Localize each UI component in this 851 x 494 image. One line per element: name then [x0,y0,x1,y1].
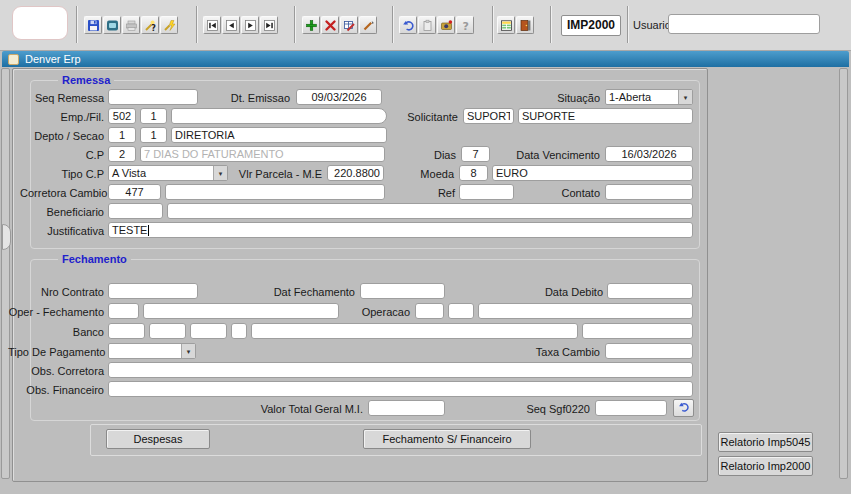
oper-fechamento-code-input[interactable] [108,303,139,319]
banco-extra-input[interactable] [582,323,693,339]
solicitante-name-input[interactable] [518,108,693,124]
wand-lightning-button[interactable] [160,16,178,34]
banco-label: Banco [30,325,104,339]
vlr-parcela-input[interactable] [327,165,384,181]
paste-button[interactable] [418,16,436,34]
contato-input[interactable] [605,184,693,200]
calculator-button[interactable] [497,16,515,34]
relatorio-imp5045-button[interactable]: Relatorio Imp5045 [718,432,813,452]
seq-remessa-input[interactable] [108,89,198,105]
justificativa-input[interactable]: TESTE [108,222,693,238]
data-vencimento-input[interactable] [605,146,693,162]
edit-pen-button[interactable] [359,16,377,34]
fechamento-s-financeiro-button[interactable]: Fechamento S/ Financeiro [363,429,531,449]
dat-fechamento-input[interactable] [360,283,445,299]
corretora-desc-input[interactable] [165,184,385,200]
ref-input[interactable] [459,184,514,200]
nav-last-button[interactable] [260,16,278,34]
cp-desc-input[interactable] [140,146,385,162]
situacao-dropdown[interactable]: 1-Aberta▾ [605,89,693,105]
toolbar-divider [550,6,552,43]
camera-button[interactable] [437,16,455,34]
banco-f4-input[interactable] [231,323,247,339]
seq-remessa-label: Seq Remessa [30,91,104,105]
exit-button[interactable] [516,16,534,34]
delete-record-button[interactable] [321,16,339,34]
fil-input[interactable] [140,108,167,124]
seq-sgf0220-label: Seq Sgf0220 [518,402,590,416]
data-debito-label: Data Debito [538,285,603,299]
obs-financeiro-label: Obs. Financeiro [22,383,104,397]
user-input[interactable] [668,14,820,34]
tipo-cp-dropdown[interactable]: A Vista▾ [108,165,228,181]
add-record-button[interactable] [302,16,320,34]
calculator-icon [500,19,513,32]
depto-desc-input[interactable] [171,127,387,143]
nav-first-icon [206,19,219,32]
save-button[interactable] [84,16,102,34]
operacao-code1-input[interactable] [415,303,444,319]
chevron-down-icon[interactable]: ▾ [181,344,195,358]
nav-next-button[interactable] [241,16,259,34]
depto-input[interactable] [108,127,136,143]
window-titlebar: Denver Erp [2,51,849,67]
situacao-value: 1-Aberta [609,91,651,103]
nav-first-button[interactable] [203,16,221,34]
banco-f3-input[interactable] [190,323,227,339]
undo-small-icon [678,401,690,416]
add-record-icon [305,19,318,32]
seq-sgf0220-undo-button[interactable] [673,399,694,417]
nav-previous-button[interactable] [222,16,240,34]
moeda-code-input[interactable] [459,165,488,181]
dias-label: Dias [416,148,456,162]
remessa-group-title: Remessa [58,74,114,87]
toolbar: ? ? IMP2000 Usuario [0,0,851,51]
data-debito-input[interactable] [607,283,693,299]
moeda-desc-input[interactable] [492,165,693,181]
cp-code-input[interactable] [108,146,136,162]
chevron-down-icon[interactable]: ▾ [213,166,227,180]
wand-lightning-icon [163,19,176,32]
seq-sgf0220-input[interactable] [595,400,667,416]
taxa-cambio-input[interactable] [605,343,693,359]
chevron-down-icon[interactable]: ▾ [678,90,692,104]
depto-secao-label: Depto / Secao [22,129,104,143]
emp-desc-input[interactable] [171,108,387,124]
toolbar-divider [392,6,394,43]
exit-icon [519,19,532,32]
obs-corretora-input[interactable] [108,362,693,378]
dias-input[interactable] [461,146,490,162]
secao-input[interactable] [140,127,167,143]
operacao-desc-input[interactable] [478,303,693,319]
print-button[interactable] [122,16,140,34]
banco-f1-input[interactable] [108,323,145,339]
obs-financeiro-input[interactable] [108,381,693,397]
toolbar-divider [492,6,494,43]
beneficiario-code-input[interactable] [108,203,163,219]
grid-edit-button[interactable] [340,16,358,34]
tipo-pagamento-label: Tipo De Pagamento [8,345,104,359]
nro-contrato-input[interactable] [108,283,198,299]
undo-button[interactable] [399,16,417,34]
valor-total-input[interactable] [368,400,445,416]
left-splitter-handle[interactable] [2,224,11,250]
tipo-pagamento-dropdown[interactable]: ▾ [108,343,196,359]
solicitante-code-input[interactable] [463,108,514,124]
vlr-parcela-label: Vlr Parcela - M.E [228,167,322,181]
corretora-code-input[interactable] [108,184,161,200]
oper-fechamento-desc-input[interactable] [143,303,339,319]
beneficiario-desc-input[interactable] [167,203,693,219]
wand-question-button[interactable]: ? [141,16,159,34]
relatorio-imp2000-button[interactable]: Relatorio Imp2000 [718,456,813,476]
banco-f2-input[interactable] [149,323,186,339]
left-splitter [1,68,10,479]
save-icon [87,19,100,32]
dt-emissao-input[interactable] [296,89,382,105]
help-button[interactable]: ? [456,16,474,34]
banco-desc-input[interactable] [251,323,578,339]
emp-input[interactable] [108,108,136,124]
ref-label: Ref [420,186,455,200]
despesas-button[interactable]: Despesas [106,429,210,449]
monitor-button[interactable] [103,16,121,34]
operacao-code2-input[interactable] [448,303,474,319]
